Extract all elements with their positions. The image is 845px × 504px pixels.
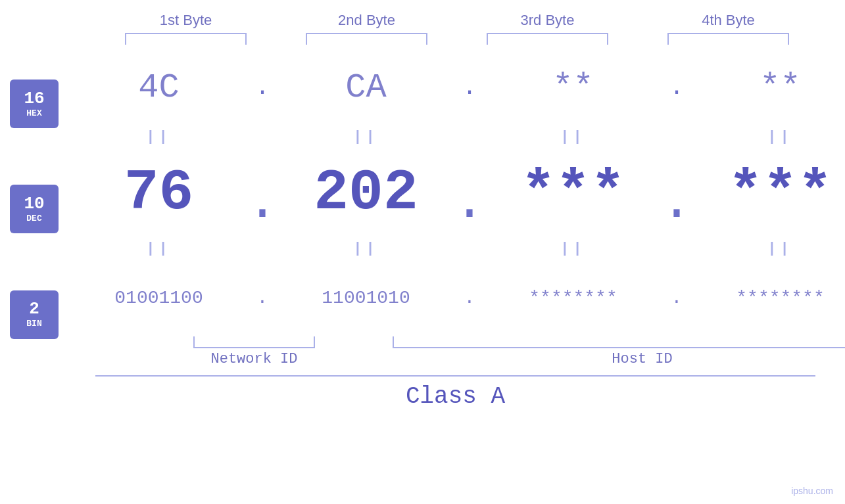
hex-cell-1: 4C bbox=[68, 68, 249, 107]
content-area: 16 HEX 10 DEC 2 BIN 4C . CA bbox=[0, 51, 845, 367]
bracket-line-top-4 bbox=[667, 33, 789, 45]
dec-row: 76 . 202 . *** . *** bbox=[68, 150, 845, 235]
network-id-label: Network ID bbox=[164, 351, 345, 367]
bottom-labels: Network ID Host ID bbox=[164, 351, 845, 367]
hex-cell-2: CA bbox=[276, 68, 456, 107]
eq-2-3: || bbox=[483, 241, 664, 257]
bracket-top-1 bbox=[95, 33, 276, 45]
bin-row: 01001100 . 11001010 . ******** . *******… bbox=[68, 262, 845, 334]
hex-row: 4C . CA . ** . ** bbox=[68, 51, 845, 124]
bracket-bottom-network bbox=[164, 336, 345, 348]
bottom-brackets bbox=[164, 336, 845, 348]
hex-value-2: CA bbox=[345, 68, 386, 107]
class-label: Class A bbox=[95, 383, 815, 410]
top-brackets bbox=[95, 33, 845, 45]
bin-value-3: ******** bbox=[529, 288, 617, 308]
equals-row-1: || || || || bbox=[68, 124, 845, 150]
bracket-line-top-3 bbox=[487, 33, 608, 45]
eq-1-2: || bbox=[276, 129, 456, 145]
byte-headers: 1st Byte 2nd Byte 3rd Byte 4th Byte bbox=[95, 12, 845, 29]
byte2-header: 2nd Byte bbox=[276, 12, 457, 29]
eq-1-3: || bbox=[483, 129, 664, 145]
watermark: ipshu.com bbox=[791, 486, 833, 496]
hex-value-4: ** bbox=[760, 68, 800, 107]
bin-dot-2: . bbox=[456, 288, 483, 308]
eq-2-2: || bbox=[276, 241, 456, 257]
bracket-line-top-1 bbox=[125, 33, 247, 45]
bracket-bottom-host bbox=[371, 336, 845, 348]
bin-badge-number: 2 bbox=[29, 300, 39, 317]
bracket-line-top-2 bbox=[306, 33, 427, 45]
dec-dot-2: . bbox=[456, 173, 483, 233]
hex-value-3: ** bbox=[552, 68, 593, 107]
bracket-top-3 bbox=[457, 33, 638, 45]
bracket-line-bottom-network bbox=[193, 336, 315, 348]
eq-2-1: || bbox=[68, 241, 249, 257]
dec-value-1: 76 bbox=[124, 160, 194, 225]
bracket-top-4 bbox=[638, 33, 819, 45]
dec-value-4: *** bbox=[728, 160, 832, 225]
bin-value-2: 11001010 bbox=[322, 288, 410, 308]
bin-cell-1: 01001100 bbox=[68, 288, 249, 308]
byte3-header: 3rd Byte bbox=[457, 12, 638, 29]
bin-cell-2: 11001010 bbox=[276, 288, 456, 308]
hex-dot-2: . bbox=[456, 74, 483, 101]
bracket-top-2 bbox=[276, 33, 457, 45]
host-id-label: Host ID bbox=[371, 351, 845, 367]
dec-value-3: *** bbox=[521, 160, 625, 225]
eq-1-4: || bbox=[690, 129, 845, 145]
bin-cell-3: ******** bbox=[483, 288, 664, 308]
dec-cell-2: 202 bbox=[276, 160, 456, 225]
dec-cell-1: 76 bbox=[68, 160, 249, 225]
hex-dot-3: . bbox=[664, 74, 690, 101]
bracket-line-bottom-host bbox=[393, 336, 846, 348]
dec-badge: 10 DEC bbox=[10, 185, 59, 233]
dec-dot-1: . bbox=[249, 173, 276, 233]
hex-value-1: 4C bbox=[138, 68, 179, 107]
dec-dot-3: . bbox=[664, 173, 690, 233]
main-container: 1st Byte 2nd Byte 3rd Byte 4th Byte 16 H… bbox=[0, 0, 845, 504]
hex-badge: 16 HEX bbox=[10, 80, 59, 128]
byte4-header: 4th Byte bbox=[638, 12, 819, 29]
dec-badge-label: DEC bbox=[26, 214, 41, 223]
class-bracket-line bbox=[95, 375, 815, 377]
hex-dot-1: . bbox=[249, 74, 276, 101]
bin-dot-1: . bbox=[249, 288, 276, 308]
badges-column: 16 HEX 10 DEC 2 BIN bbox=[0, 51, 68, 367]
bin-dot-3: . bbox=[664, 288, 690, 308]
bin-cell-4: ******** bbox=[690, 288, 845, 308]
hex-badge-label: HEX bbox=[26, 108, 41, 118]
dec-badge-number: 10 bbox=[24, 195, 44, 212]
hex-cell-3: ** bbox=[483, 68, 664, 107]
rows-container: 4C . CA . ** . ** || || bbox=[68, 51, 845, 367]
bin-value-1: 01001100 bbox=[114, 288, 203, 308]
equals-row-2: || || || || bbox=[68, 235, 845, 262]
byte1-header: 1st Byte bbox=[95, 12, 276, 29]
eq-2-4: || bbox=[690, 241, 845, 257]
bin-badge: 2 BIN bbox=[10, 290, 59, 339]
bin-badge-label: BIN bbox=[26, 319, 41, 329]
dec-cell-3: *** bbox=[483, 160, 664, 225]
bin-value-4: ******** bbox=[736, 288, 824, 308]
hex-cell-4: ** bbox=[690, 68, 845, 107]
dec-cell-4: *** bbox=[690, 160, 845, 225]
dec-value-2: 202 bbox=[314, 160, 418, 225]
class-section: Class A bbox=[95, 375, 845, 410]
hex-badge-number: 16 bbox=[24, 90, 44, 107]
eq-1-1: || bbox=[68, 129, 249, 145]
